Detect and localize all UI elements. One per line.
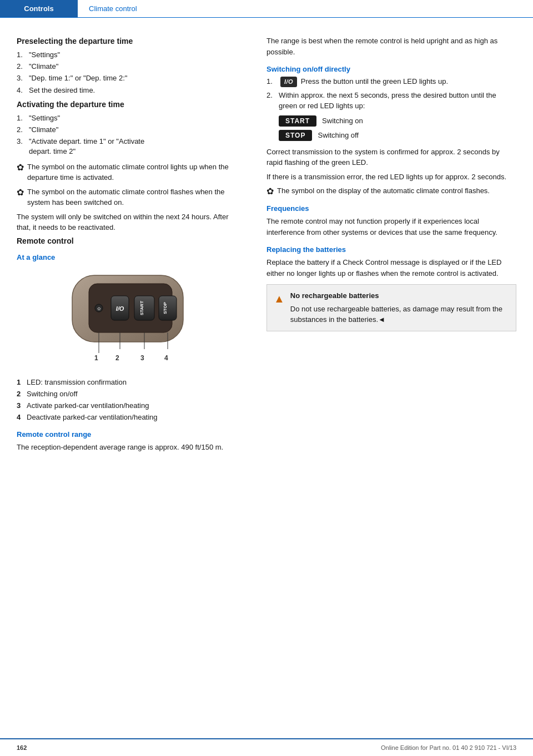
warning-icon: ▲ [274, 290, 285, 307]
subsection-batteries: Replacing the batteries [266, 245, 516, 254]
climate-symbol2-icon: ✿ [17, 187, 24, 198]
section-activate-title: Activating the departure time [17, 100, 239, 109]
svg-text:2: 2 [115, 354, 119, 362]
svg-text:STOP: STOP [163, 301, 168, 314]
tab-climate[interactable]: Climate control [78, 0, 148, 17]
freq-text: The remote control may not function prop… [266, 216, 516, 238]
system-body-text: The system will only be switched on with… [17, 211, 239, 233]
image-labels-list: 1 LED: transmission confirmation 2 Switc… [17, 377, 239, 423]
climate-symbol3-icon: ✿ [266, 186, 274, 196]
switch-off-row: STOP Switching off [279, 130, 516, 141]
range-text: The reception-dependent average range is… [17, 442, 239, 453]
error-text: If there is a transmission error, the re… [266, 172, 516, 183]
switch-on-row: START Switching on [279, 115, 516, 127]
remote-control-svg: ✿ I/O START STOP 1 [56, 267, 200, 370]
page-header: Controls Climate control [0, 0, 533, 18]
footer-info: Online Edition for Part no. 01 40 2 910 … [381, 744, 516, 751]
note2: ✿ The symbol on the automatic climate co… [17, 187, 239, 208]
batteries-text: Replace the battery if a Check Control m… [266, 257, 516, 279]
list-item: 1."Settings" [17, 50, 239, 60]
list-item: 3 Activate parked-car ventilation/heatin… [17, 401, 239, 411]
preselect-list: 1."Settings" 2."Climate" 3."Dep. time 1:… [17, 50, 239, 95]
subsection-ataglance: At a glance [17, 253, 239, 261]
list-item: 1."Settings" [17, 113, 239, 123]
list-item: 2. Within approx. the next 5 seconds, pr… [266, 90, 516, 110]
range-text2: The range is best when the remote contro… [266, 36, 516, 57]
warning-text: Do not use rechargeable batteries, as da… [290, 304, 509, 325]
subsection-range: Remote control range [17, 430, 239, 439]
list-item: 2."Climate" [17, 125, 239, 135]
svg-text:✿: ✿ [97, 306, 101, 311]
io-button-badge: I/O [280, 77, 297, 87]
stop-badge: STOP [279, 130, 312, 141]
list-item: 3. "Activate depart. time 1" or "Activat… [17, 137, 239, 157]
main-content: Preselecting the departure time 1."Setti… [0, 18, 533, 473]
list-item: 4.Set the desired time. [17, 85, 239, 95]
list-item: 1 LED: transmission confirmation [17, 377, 239, 387]
warning-box: ▲ No rechargeable batteries Do not use r… [266, 284, 516, 331]
flash-note: ✿ The symbol on the display of the autom… [266, 185, 516, 196]
svg-text:1: 1 [94, 354, 98, 362]
list-item: 2."Climate" [17, 62, 239, 72]
subsection-frequencies: Frequencies [266, 204, 516, 213]
left-column: Preselecting the departure time 1."Setti… [0, 29, 255, 462]
right-column: The range is best when the remote contro… [255, 29, 533, 462]
subsection-switching: Switching on/off directly [266, 65, 516, 73]
activate-list: 1."Settings" 2."Climate" 3. "Activate de… [17, 113, 239, 157]
remote-image-container: ✿ I/O START STOP 1 [17, 267, 239, 370]
svg-rect-6 [134, 296, 154, 320]
svg-text:4: 4 [164, 354, 168, 362]
tab-controls[interactable]: Controls [0, 0, 78, 17]
start-badge: START [279, 115, 316, 127]
page-footer: 162 Online Edition for Part no. 01 40 2 … [0, 738, 533, 756]
warning-title: No rechargeable batteries [290, 290, 509, 301]
list-item: 3."Dep. time 1:" or "Dep. time 2:" [17, 73, 239, 83]
section-preselect-title: Preselecting the departure time [17, 37, 239, 46]
page-number: 162 [17, 744, 27, 751]
section-remote-title: Remote control [17, 236, 239, 245]
climate-symbol-icon: ✿ [17, 162, 24, 173]
svg-rect-8 [159, 296, 177, 320]
confirm-text: Correct transmission to the system is co… [266, 147, 516, 168]
svg-text:I/O: I/O [116, 305, 124, 312]
list-item: 2 Switching on/off [17, 389, 239, 399]
svg-text:START: START [139, 300, 144, 315]
list-item: 1. I/O Press the button until the green … [266, 77, 516, 87]
list-item: 4 Deactivate parked-car ventilation/heat… [17, 412, 239, 422]
svg-text:3: 3 [140, 354, 144, 362]
note1: ✿ The symbol on the automatic climate co… [17, 162, 239, 183]
switching-list: 1. I/O Press the button until the green … [266, 77, 516, 111]
